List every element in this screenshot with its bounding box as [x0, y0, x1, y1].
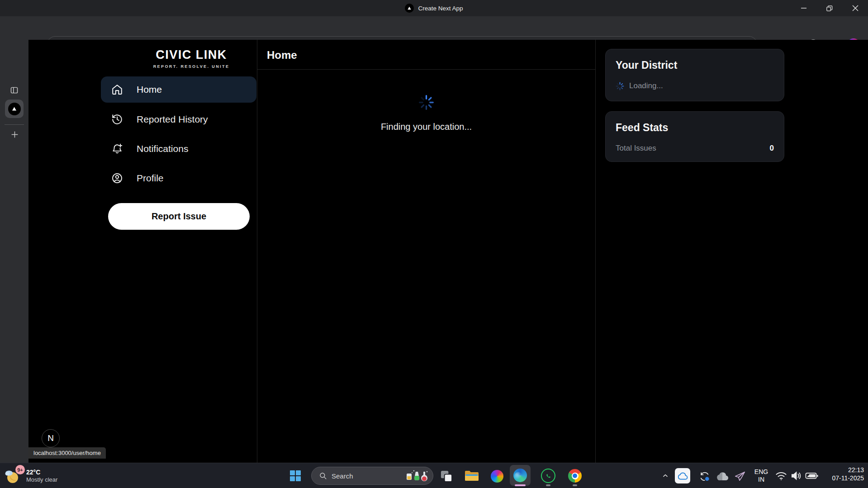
user-circle-icon: [111, 172, 123, 184]
nextjs-dev-badge[interactable]: N: [42, 429, 60, 447]
task-view-button[interactable]: [438, 469, 454, 483]
taskbar-search[interactable]: Search: [311, 467, 433, 485]
sidebar-item-reported-history[interactable]: Reported History: [101, 106, 256, 133]
new-tab-button[interactable]: [9, 129, 20, 140]
restore-button[interactable]: [816, 0, 842, 16]
bell-plus-icon: [111, 143, 123, 155]
whatsapp-running-indicator: [546, 484, 550, 486]
onedrive-tray-icon[interactable]: [675, 468, 690, 483]
app-logo-tagline: REPORT. RESOLVE. UNITE: [101, 64, 282, 69]
language-line2: IN: [758, 476, 764, 483]
file-explorer-button[interactable]: [463, 469, 480, 483]
copilot-icon: [491, 470, 503, 483]
taskbar-copilot-button[interactable]: [489, 469, 505, 483]
header-divider: [257, 69, 595, 70]
status-bar: localhost:3000/user/home: [28, 447, 106, 459]
active-tab[interactable]: Create Next App: [0, 0, 868, 16]
report-issue-button[interactable]: Report Issue: [108, 203, 250, 230]
total-issues-value: 0: [770, 144, 774, 153]
main-divider-right: [595, 40, 596, 463]
clock-time: 22:13: [810, 466, 864, 474]
minimize-button[interactable]: [791, 0, 816, 16]
feed-stats-row: Total Issues 0: [616, 144, 774, 153]
whatsapp-icon: [541, 469, 555, 483]
chrome-running-indicator: [573, 484, 577, 486]
loading-spinner: [418, 95, 434, 110]
language-line1: ENG: [754, 468, 768, 476]
browser-toolbar: localhost:3000/user/home: [0, 16, 868, 40]
edge-running-indicator: [515, 484, 526, 486]
weather-condition: Mostly clear: [26, 476, 57, 483]
page-title: Home: [267, 49, 297, 62]
windows-logo-icon: [289, 470, 301, 482]
task-view-icon: [440, 470, 452, 482]
strip-divider: [5, 124, 24, 125]
district-loading-spinner: [616, 82, 624, 90]
weather-moon-icon: 9+: [4, 467, 22, 484]
feed-stats-card: Feed Stats Total Issues 0: [605, 111, 784, 162]
search-highlight-flasks-icon: [405, 469, 428, 483]
close-button[interactable]: [842, 0, 868, 16]
tab-actions-icon[interactable]: [9, 85, 20, 96]
taskbar: 9+ 22°C Mostly clear Search: [0, 463, 868, 488]
feed-stats-title: Feed Stats: [616, 122, 774, 134]
sidebar-item-notifications[interactable]: Notifications: [101, 136, 256, 162]
screen: Create Next App l: [0, 0, 868, 488]
edge-button[interactable]: [510, 465, 531, 486]
total-issues-label: Total Issues: [616, 144, 656, 153]
nextjs-favicon-icon: [405, 4, 414, 13]
sync-tray-icon[interactable]: [697, 469, 711, 483]
search-icon: [319, 472, 327, 480]
chrome-button[interactable]: [567, 469, 583, 483]
clock[interactable]: 22:13 07-11-2025: [810, 466, 864, 482]
sidebar-item-label: Home: [137, 84, 162, 95]
folder-icon: [465, 470, 479, 482]
wifi-icon[interactable]: [774, 470, 788, 482]
send-tray-icon[interactable]: [733, 469, 747, 483]
vertical-tab-strip: [0, 40, 28, 463]
page-content: CIVIC LINK REPORT. RESOLVE. UNITE Home R…: [28, 40, 868, 463]
weather-widget[interactable]: 9+ 22°C Mostly clear: [4, 465, 76, 487]
chrome-icon: [568, 469, 582, 483]
nextjs-favicon-icon: [8, 103, 21, 115]
volume-icon[interactable]: [789, 470, 803, 482]
cloud-tray-icon[interactable]: [715, 471, 730, 482]
sidebar-divider: [257, 40, 257, 463]
window-titlebar: Create Next App: [0, 0, 868, 16]
district-card-title: Your District: [616, 59, 774, 71]
edge-icon: [513, 469, 527, 482]
tab-title: Create Next App: [418, 5, 463, 12]
sidebar-item-profile[interactable]: Profile: [101, 165, 256, 191]
finding-location-text: Finding your location...: [257, 122, 595, 132]
home-icon: [111, 84, 123, 95]
weather-alert-badge: 9+: [15, 465, 25, 474]
whatsapp-button[interactable]: [539, 468, 557, 483]
sidebar-item-home[interactable]: Home: [101, 76, 256, 103]
active-vertical-tab[interactable]: [5, 99, 24, 118]
district-loading-text: Loading...: [629, 81, 663, 90]
language-switcher[interactable]: ENG IN: [751, 466, 772, 486]
start-button[interactable]: [287, 468, 304, 484]
app-logo: CIVIC LINK: [101, 48, 282, 62]
search-label: Search: [332, 472, 400, 480]
history-icon: [111, 114, 123, 125]
sidebar-item-label: Reported History: [137, 114, 208, 125]
clock-date: 07-11-2025: [810, 474, 864, 482]
sidebar-item-label: Profile: [137, 173, 164, 184]
sidebar-item-label: Notifications: [137, 143, 188, 154]
tray-chevron-button[interactable]: [659, 470, 671, 481]
your-district-card: Your District Loading...: [605, 49, 784, 101]
weather-temp: 22°C: [26, 469, 57, 476]
